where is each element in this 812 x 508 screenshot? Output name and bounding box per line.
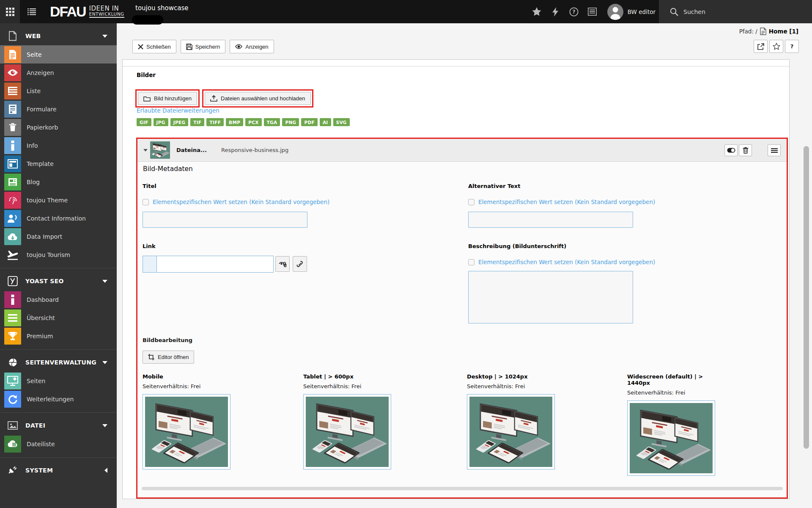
- alt-override-checkbox[interactable]: [468, 199, 475, 205]
- image-icon: [0, 421, 25, 430]
- highlight-box-add-image: Bild hinzufügen: [135, 89, 200, 108]
- sidebar-item-blog[interactable]: Blog: [0, 173, 117, 191]
- extension-badge: JPG: [154, 118, 168, 126]
- upload-button[interactable]: Dateien auswählen und hochladen: [205, 92, 311, 105]
- sidebar-item-premium[interactable]: Premium: [0, 327, 117, 345]
- plug-icon: [0, 466, 25, 475]
- drag-handle-button[interactable]: [768, 144, 781, 156]
- toggle-visibility-button[interactable]: [724, 144, 738, 156]
- add-image-button[interactable]: Bild hinzufügen: [138, 92, 197, 105]
- bookmark-button[interactable]: [529, 0, 544, 23]
- sidebar-item-template[interactable]: Template: [0, 155, 117, 173]
- vertical-scrollbar-thumb[interactable]: [804, 146, 809, 449]
- sidebar-item-seite[interactable]: Seite: [0, 45, 117, 64]
- alt-input[interactable]: [468, 212, 633, 228]
- sidebar-section-system[interactable]: SYSTEM: [0, 461, 117, 480]
- title-input[interactable]: [143, 212, 307, 228]
- alt-field-label: Alternativer Text: [468, 183, 520, 189]
- docheader: Pfad: / Home [1] Schließen Speichern: [117, 23, 812, 59]
- sidebar-item-data-import[interactable]: Data Import: [0, 227, 117, 246]
- crop-preview-image[interactable]: [303, 394, 391, 469]
- open-in-new-window-button[interactable]: [754, 40, 768, 53]
- sidebar-item-seiten[interactable]: Seiten: [0, 372, 117, 390]
- alt-override-row: Elementspezifischen Wert setzen (Kein St…: [468, 199, 655, 205]
- sidebar-item-dashboard[interactable]: Dashboard: [0, 290, 117, 309]
- bars-icon: [4, 309, 21, 326]
- sidebar-item-contact-information[interactable]: Contact Information: [0, 209, 117, 227]
- panel-list-icon: [588, 8, 597, 16]
- upload-icon: [210, 95, 217, 102]
- save-button[interactable]: Speichern: [181, 40, 226, 53]
- typo3-backend: DFAU IDEEN IN ENTWICKLUNG toujou showcas…: [0, 0, 812, 508]
- chevron-down-icon: [102, 35, 107, 38]
- sidebar-item-toujou-theme[interactable]: toujou Theme: [0, 191, 117, 209]
- form-content-card: Bilder Bild hinzufügen Dateien auswählen…: [122, 59, 790, 499]
- description-override-checkbox[interactable]: [468, 259, 475, 265]
- link-wizard-button[interactable]: [275, 256, 290, 272]
- description-textarea[interactable]: [468, 271, 633, 323]
- sidebar-item-toujou-tourism[interactable]: toujou Tourism: [0, 246, 117, 264]
- breadcrumb-page[interactable]: Home [1]: [769, 28, 798, 35]
- metadata-section-title: Bild-Metadaten: [143, 165, 193, 173]
- search-icon: [670, 8, 678, 16]
- sidebar-item-übersicht[interactable]: Übersicht: [0, 309, 117, 327]
- crop-preview-image[interactable]: [143, 394, 230, 469]
- collapse-caret-icon[interactable]: [143, 149, 148, 152]
- sidebar-section-seitenverwaltung[interactable]: SEITENVERWALTUNG: [0, 353, 117, 372]
- extension-badge: TGA: [264, 118, 280, 126]
- monitor-gear-icon: [4, 373, 21, 389]
- crop-variant-mobile: Mobile Seitenverhältnis: Frei: [143, 373, 231, 469]
- sidebar-item-weiterleitungen[interactable]: Weiterleitungen: [0, 390, 117, 408]
- list-icon: [4, 83, 21, 99]
- crop-preview-image[interactable]: [467, 394, 555, 469]
- sidebar-item-info[interactable]: Info: [0, 136, 117, 155]
- sidebar-item-papierkorb[interactable]: Papierkorb: [0, 118, 117, 136]
- sidebar-section-datei[interactable]: DATEI: [0, 416, 117, 435]
- sidebar-item-liste[interactable]: Liste: [0, 82, 117, 100]
- dfau-logo: DFAU IDEEN IN ENTWICKLUNG: [50, 0, 124, 23]
- crop-preview-image[interactable]: [627, 400, 715, 476]
- clear-cache-button[interactable]: [548, 0, 562, 23]
- drag-handle-icon: [771, 148, 778, 153]
- link-field-row: [143, 256, 307, 273]
- link-browser-button[interactable]: [293, 256, 307, 272]
- user-menu[interactable]: BW editor: [604, 0, 659, 23]
- open-in-new-icon: [757, 43, 764, 50]
- title-field-label: Titel: [143, 183, 156, 189]
- sidebar-section-yoast-seo[interactable]: YOAST SEO: [0, 272, 117, 290]
- bookmark-page-button[interactable]: [769, 40, 783, 53]
- description-field-label: Beschreibung (Bildunterschrift): [468, 243, 566, 249]
- record-header[interactable]: Dateina... Responsive-business.jpg: [137, 139, 787, 162]
- help-button[interactable]: ?: [567, 0, 581, 23]
- sidebar-section-web[interactable]: WEB: [0, 27, 117, 45]
- action-spacer: [753, 144, 766, 156]
- link-input[interactable]: [157, 256, 274, 273]
- delete-record-button[interactable]: [739, 144, 752, 156]
- horizontal-scrollbar[interactable]: [142, 487, 783, 490]
- sidebar-item-dateiliste[interactable]: Dateiliste: [0, 435, 117, 453]
- crop-variant-widescreen: Widescreen (default) | > 1440px Seitenve…: [627, 373, 716, 476]
- extension-badge: BMP: [226, 118, 243, 126]
- news-icon: [4, 174, 21, 190]
- view-button[interactable]: Anzeigen: [230, 40, 274, 53]
- title-override-checkbox[interactable]: [143, 199, 149, 205]
- title-override-label[interactable]: Elementspezifischen Wert setzen (Kein St…: [153, 199, 329, 205]
- description-override-label[interactable]: Elementspezifischen Wert setzen (Kein St…: [478, 259, 655, 265]
- context-help-button[interactable]: ?: [785, 40, 799, 53]
- yoast-icon: [0, 276, 25, 286]
- open-editor-button[interactable]: Editor öffnen: [143, 351, 194, 364]
- alt-override-label[interactable]: Elementspezifischen Wert setzen (Kein St…: [478, 199, 655, 205]
- link-explanation-icon: [279, 261, 287, 267]
- sidebar-item-anzeigen[interactable]: Anzeigen: [0, 64, 117, 82]
- module-menu-toggle-button[interactable]: [0, 0, 20, 23]
- allowed-extensions-link[interactable]: Erlaubte Dateierweiterungen: [137, 107, 219, 114]
- pagetree-toggle-button[interactable]: [25, 0, 39, 23]
- redacted-label: [132, 15, 163, 25]
- system-information-button[interactable]: [585, 0, 600, 23]
- star-outline-icon: [773, 43, 780, 50]
- sidebar-item-formulare[interactable]: Formulare: [0, 100, 117, 118]
- link-prefix-box: [143, 256, 157, 273]
- close-button[interactable]: Schließen: [132, 40, 176, 53]
- bolt-icon: [552, 7, 558, 17]
- topbar-search[interactable]: Suchen: [659, 0, 812, 23]
